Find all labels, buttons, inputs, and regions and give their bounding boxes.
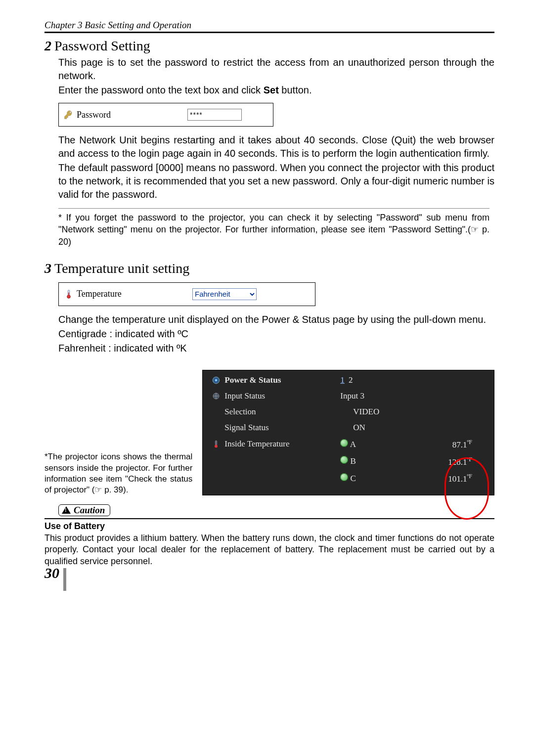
section-3-heading: Temperature unit setting xyxy=(54,261,189,276)
temp-unit: ºF xyxy=(467,473,472,480)
password-row: Password xyxy=(58,103,273,127)
chapter-header: Chapter 3 Basic Setting and Operation xyxy=(44,20,494,33)
section-3-para1: Change the temperature unit displayed on… xyxy=(58,313,494,326)
caution-rule xyxy=(44,518,494,519)
set-button-label-ref: Set xyxy=(264,85,279,95)
status-value: Input 3 xyxy=(340,391,419,401)
temp-value: 87.1 xyxy=(452,440,467,449)
temperature-row: Temperature Fahrenheit xyxy=(58,282,315,306)
temp-status-icon xyxy=(340,473,348,481)
temp-status-icon xyxy=(340,439,348,447)
password-label: Password xyxy=(77,110,111,120)
key-icon xyxy=(64,110,74,120)
caution-body: This product provides a lithium battery.… xyxy=(44,533,494,567)
section-3-body: Change the temperature unit displayed on… xyxy=(58,313,494,355)
status-label: Input Status xyxy=(224,391,265,401)
section-2-para2: Enter the password onto the text box and… xyxy=(58,84,494,97)
warning-icon xyxy=(62,506,71,514)
section-3-line-f: Fahrenheit : indicated with ºK xyxy=(58,342,494,355)
inside-temp-label: Inside Temperature xyxy=(224,439,289,449)
section-2-title: 2Password Setting xyxy=(44,38,494,54)
section-2-number: 2 xyxy=(44,38,51,53)
status-row-temp-a: Inside Temperature A 87.1ºF xyxy=(203,436,494,453)
temperature-label: Temperature xyxy=(77,289,122,299)
projector-icon-note: *The projector icons shows the thermal s… xyxy=(44,451,192,495)
temp-tag: A xyxy=(350,440,356,449)
page-number-bar xyxy=(63,568,66,591)
power-status-header: Power & Status 1 2 xyxy=(203,372,494,388)
status-row-signal: Signal Status ON xyxy=(203,420,494,436)
svg-point-4 xyxy=(215,379,218,382)
page-number: 30 xyxy=(44,563,494,586)
thermometer-icon xyxy=(212,440,221,448)
document-page: Chapter 3 Basic Setting and Operation 2P… xyxy=(0,0,534,606)
power-status-title: Power & Status xyxy=(224,375,281,385)
power-icon xyxy=(212,376,221,385)
section-3-title: 3Temperature unit setting xyxy=(44,261,494,276)
caution-heading: Use of Battery xyxy=(44,521,494,532)
svg-rect-2 xyxy=(68,293,69,297)
page-link-2: 2 xyxy=(349,375,353,385)
status-value: ON xyxy=(353,423,432,433)
caution-badge: Caution xyxy=(58,504,110,516)
temp-unit: ºF xyxy=(467,456,472,463)
section-2-para1: This page is to set the password to rest… xyxy=(58,56,494,83)
status-row-selection: Selection VIDEO xyxy=(203,404,494,420)
password-input[interactable] xyxy=(187,109,242,121)
status-row-temp-c: C 101.1ºF xyxy=(203,470,494,487)
page-link-1[interactable]: 1 xyxy=(340,375,345,385)
temperature-select[interactable]: Fahrenheit xyxy=(192,288,257,300)
temp-value: 101.1 xyxy=(448,474,467,484)
temp-status-icon xyxy=(340,456,348,464)
status-row-input: Input Status Input 3 xyxy=(203,388,494,404)
globe-icon xyxy=(212,392,221,400)
section-2-body: This page is to set the password to rest… xyxy=(58,56,494,97)
status-label: Signal Status xyxy=(224,423,268,433)
section-3-number: 3 xyxy=(44,261,51,276)
section-2-para4: The default password [0000] means no pas… xyxy=(58,161,494,201)
section-2-para3: The Network Unit begins restarting and i… xyxy=(58,133,494,160)
section-3-line-c: Centigrade : indicated with ºC xyxy=(58,327,494,341)
temp-tag: C xyxy=(351,474,356,483)
section-2-footnote: * If you forget the password to the proj… xyxy=(58,208,490,248)
page-number-value: 30 xyxy=(44,565,59,581)
status-row-temp-b: B 128.1ºF xyxy=(203,453,494,470)
svg-point-7 xyxy=(215,445,218,448)
status-label: Selection xyxy=(224,407,256,417)
lower-area: *The projector icons shows the thermal s… xyxy=(44,370,494,495)
power-status-panel: Power & Status 1 2 Input Status Input 3 xyxy=(202,370,494,495)
caution-label: Caution xyxy=(74,505,105,516)
section-2-heading: Password Setting xyxy=(54,38,150,53)
text: Enter the password onto the text box and… xyxy=(58,85,264,95)
thermometer-icon xyxy=(64,289,74,299)
text: button. xyxy=(279,85,312,95)
svg-rect-6 xyxy=(216,441,217,445)
temp-unit: ºF xyxy=(467,439,472,445)
temp-value: 128.1 xyxy=(448,457,467,466)
status-value: VIDEO xyxy=(353,407,432,417)
section-2-body-2: The Network Unit begins restarting and i… xyxy=(58,133,494,201)
temp-tag: B xyxy=(351,456,356,466)
